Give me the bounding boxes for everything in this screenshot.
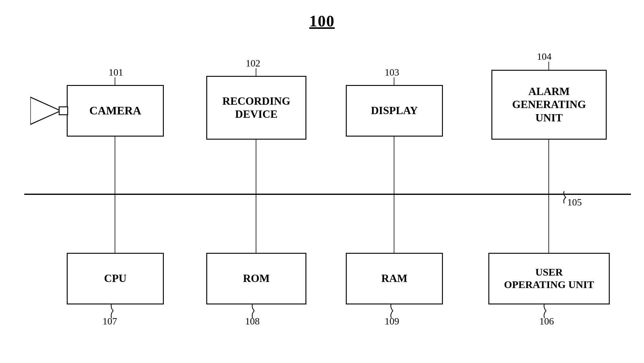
ref-102: 102 — [246, 58, 260, 69]
diagram-title: 100 — [309, 12, 335, 30]
ref-102-line — [256, 68, 256, 77]
ref-105-tick — [561, 191, 573, 203]
ref-104-line — [548, 62, 549, 71]
camera-box: CAMERA — [67, 85, 164, 137]
display-box: DISPLAY — [346, 85, 443, 137]
ref-107-tick — [109, 304, 121, 319]
ref-103: 103 — [385, 67, 399, 78]
svg-marker-0 — [30, 97, 61, 124]
bus-to-rom — [256, 194, 256, 253]
ref-109-tick — [388, 304, 400, 319]
alarm-box: ALARM GENERATING UNIT — [491, 70, 607, 140]
alarm-to-bus — [548, 140, 549, 194]
cpu-box: CPU — [67, 253, 164, 304]
ref-101: 101 — [109, 67, 123, 78]
display-to-bus — [394, 137, 394, 194]
camera-icon — [30, 94, 68, 127]
recording-to-bus — [256, 140, 256, 194]
camera-to-bus — [115, 137, 115, 194]
user-op-box: USER OPERATING UNIT — [488, 253, 610, 304]
bus-to-cpu — [115, 194, 115, 253]
ref-108-tick — [250, 304, 262, 319]
svg-rect-1 — [59, 107, 68, 115]
rom-box: ROM — [206, 253, 306, 304]
ref-101-line — [115, 77, 115, 86]
ref-104: 104 — [537, 51, 551, 62]
ref-103-line — [394, 77, 394, 86]
bus-line — [24, 194, 631, 195]
ref-106-tick — [541, 304, 554, 319]
diagram: 100 CAMERA 101 RECORDING DEVICE 102 DISP… — [0, 0, 644, 363]
recording-box: RECORDING DEVICE — [206, 76, 306, 140]
bus-to-user-op — [548, 194, 549, 253]
ram-box: RAM — [346, 253, 443, 304]
bus-to-ram — [394, 194, 394, 253]
